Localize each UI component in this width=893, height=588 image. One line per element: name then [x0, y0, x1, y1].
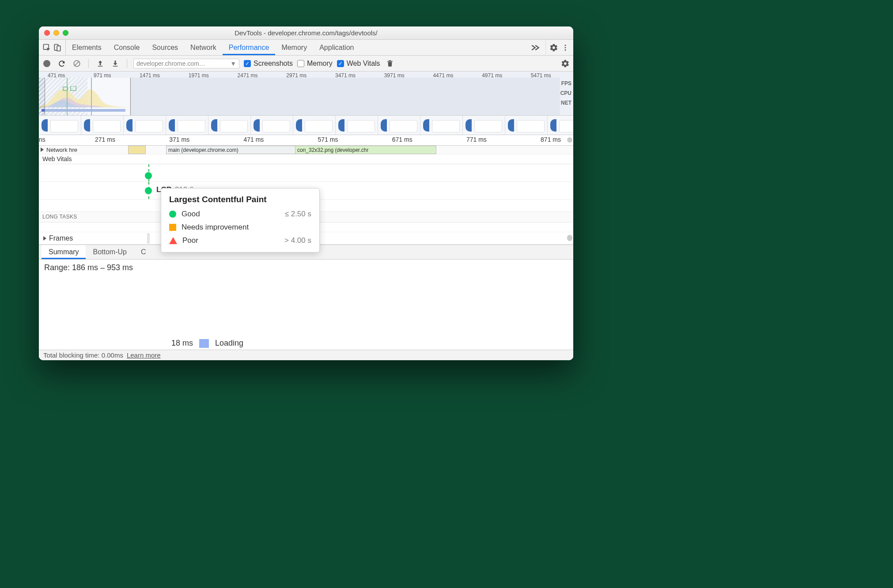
cpu-label: CPU	[560, 88, 571, 98]
screenshots-strip[interactable]	[39, 116, 573, 135]
network-segment-label: Network hre	[46, 147, 77, 153]
tab-memory[interactable]: Memory	[275, 40, 313, 55]
screenshot-thumb[interactable]	[420, 116, 463, 135]
tab-elements[interactable]: Elements	[66, 40, 108, 55]
panel-settings-icon[interactable]	[560, 58, 571, 69]
performance-panel: 471 ms 971 ms 1471 ms 1971 ms 2471 ms 29…	[39, 72, 573, 360]
network-segment[interactable]: con_32x32.png (developer.chr	[295, 146, 436, 154]
summary-range: Range: 186 ms – 953 ms	[44, 263, 568, 272]
web-vitals-checkbox[interactable]: ✓ Web Vitals	[337, 60, 380, 68]
reload-record-icon[interactable]	[57, 58, 67, 69]
screenshot-thumb[interactable]	[378, 116, 420, 135]
web-vitals-label: Web Vitals	[347, 60, 380, 68]
kebab-menu-icon[interactable]	[560, 42, 571, 53]
screenshot-thumb[interactable]	[336, 116, 378, 135]
record-button[interactable]	[43, 60, 50, 67]
scrollbar-thumb[interactable]	[567, 235, 572, 241]
screenshot-thumb[interactable]	[166, 116, 208, 135]
tab-network[interactable]: Network	[184, 40, 223, 55]
checkbox-checked-icon: ✓	[337, 60, 344, 67]
poor-triangle-icon	[169, 237, 177, 244]
screenshots-checkbox[interactable]: ✓ Screenshots	[244, 60, 293, 68]
web-vital-marker-icon[interactable]	[145, 172, 152, 179]
screenshot-thumb[interactable]	[39, 116, 81, 135]
tab-call-tree[interactable]: C	[134, 245, 153, 259]
chevron-down-icon: ▼	[230, 60, 236, 67]
tooltip-poor-label: Poor	[182, 236, 198, 245]
ruler-tick: 771 ms	[466, 136, 487, 143]
upload-profile-icon[interactable]	[95, 58, 106, 69]
checkbox-unchecked-icon	[297, 60, 304, 67]
flame-ruler[interactable]: ns 271 ms 371 ms 471 ms 571 ms 671 ms 77…	[39, 135, 573, 146]
overview-timeline[interactable]: 471 ms 971 ms 1471 ms 1971 ms 2471 ms 29…	[39, 72, 573, 116]
summary-legend: 18 ms Loading	[171, 339, 243, 348]
inspect-element-icon[interactable]	[42, 42, 52, 53]
recording-selector-label: developer.chrome.com…	[136, 60, 205, 67]
frames-label: Frames	[49, 234, 73, 242]
total-blocking-time: Total blocking time: 0.00ms	[43, 351, 123, 359]
network-segment[interactable]: main (developer.chrome.com)	[166, 146, 306, 154]
ruler-tick: 371 ms	[169, 136, 189, 143]
more-tabs-icon[interactable]	[525, 40, 545, 55]
svg-rect-9	[113, 66, 118, 67]
device-toolbar-icon[interactable]	[52, 42, 63, 53]
status-bar: Total blocking time: 0.00ms Learn more	[39, 350, 573, 360]
lcp-tooltip: Largest Contentful Paint Good ≤ 2.50 s N…	[161, 188, 320, 253]
overview-track-labels: FPS CPU NET	[560, 79, 571, 108]
tooltip-title: Largest Contentful Paint	[169, 195, 311, 204]
screenshot-thumb[interactable]	[81, 116, 124, 135]
minimize-window-icon[interactable]	[53, 30, 59, 36]
expand-icon[interactable]	[41, 147, 44, 152]
network-strip[interactable]: Network hre main (developer.chrome.com) …	[39, 146, 573, 155]
screenshot-thumb[interactable]	[251, 116, 293, 135]
tab-console[interactable]: Console	[108, 40, 146, 55]
tab-summary[interactable]: Summary	[42, 245, 86, 259]
ruler-tick: ns	[39, 136, 45, 143]
screenshot-thumb[interactable]	[208, 116, 251, 135]
tooltip-ni-label: Needs improvement	[182, 223, 249, 232]
tab-application[interactable]: Application	[313, 40, 360, 55]
tab-performance[interactable]: Performance	[223, 40, 276, 55]
svg-line-7	[75, 61, 79, 65]
main-tabstrip: Elements Console Sources Network Perform…	[39, 40, 573, 56]
scrollbar-thumb[interactable]	[567, 137, 572, 143]
ruler-tick: 571 ms	[318, 136, 338, 143]
screenshot-thumb[interactable]	[548, 116, 573, 135]
web-vital-lane[interactable]	[39, 164, 573, 182]
performance-toolbar: developer.chrome.com… ▼ ✓ Screenshots Me…	[39, 56, 573, 72]
screenshot-thumb[interactable]	[293, 116, 336, 135]
svg-rect-11	[389, 60, 391, 61]
desktop: DevTools - developer.chrome.com/tags/dev…	[0, 0, 893, 588]
good-circle-icon	[169, 211, 176, 218]
needs-improvement-square-icon	[169, 224, 176, 231]
tooltip-poor-threshold: > 4.00 s	[284, 236, 311, 245]
ruler-tick: 471 ms	[243, 136, 264, 143]
net-label: NET	[560, 98, 571, 108]
tooltip-good-label: Good	[182, 210, 200, 219]
svg-point-4	[565, 47, 566, 48]
checkbox-checked-icon: ✓	[244, 60, 251, 67]
tab-bottom-up[interactable]: Bottom-Up	[86, 245, 133, 259]
close-window-icon[interactable]	[44, 30, 50, 36]
web-vital-marker-icon[interactable]	[145, 187, 152, 194]
web-vitals-section-label: Web Vitals	[39, 155, 573, 164]
legend-loading-label: Loading	[215, 339, 243, 348]
download-profile-icon[interactable]	[110, 58, 121, 69]
memory-checkbox[interactable]: Memory	[297, 60, 333, 68]
clear-icon[interactable]	[72, 58, 82, 69]
fps-label: FPS	[560, 79, 571, 88]
titlebar[interactable]: DevTools - developer.chrome.com/tags/dev…	[39, 26, 573, 40]
settings-icon[interactable]	[549, 42, 559, 53]
svg-rect-8	[98, 66, 103, 67]
screenshot-thumb[interactable]	[505, 116, 548, 135]
maximize-window-icon[interactable]	[63, 30, 68, 36]
screenshot-thumb[interactable]	[124, 116, 166, 135]
learn-more-link[interactable]: Learn more	[127, 351, 161, 359]
screenshot-thumb[interactable]	[463, 116, 505, 135]
trash-icon[interactable]	[385, 58, 395, 69]
expand-icon[interactable]	[43, 236, 46, 241]
ruler-tick: 871 ms	[541, 136, 561, 143]
recording-selector[interactable]: developer.chrome.com… ▼	[133, 59, 239, 68]
summary-pane: Range: 186 ms – 953 ms 18 ms Loading	[39, 260, 573, 350]
tab-sources[interactable]: Sources	[146, 40, 184, 55]
